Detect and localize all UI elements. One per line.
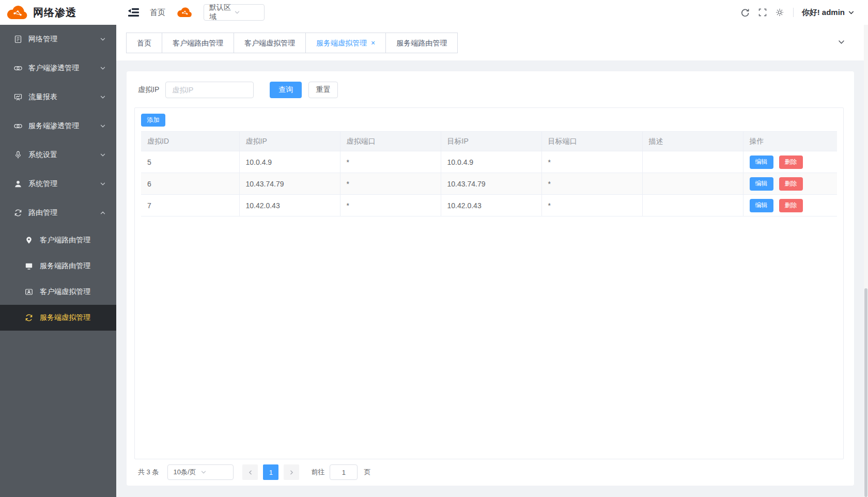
top-header: 网络渗透 首页 默认区域 bbox=[0, 0, 868, 25]
tab-label: 服务端虚拟管理 bbox=[316, 39, 367, 47]
link-icon bbox=[14, 122, 22, 130]
brand-cloud-icon bbox=[6, 6, 28, 20]
table-panel: 添加 虚拟ID 虚拟IP 虚拟端口 目标IP 目 bbox=[134, 107, 844, 459]
tab-label: 首页 bbox=[137, 39, 151, 47]
search-field-label: 虚拟IP bbox=[138, 85, 159, 95]
cell-target-ip: 10.0.4.9 bbox=[441, 151, 541, 173]
main-area: 首页 客户端路由管理 客户端虚拟管理 服务端虚拟管理× 服务端路由管理 虚拟IP bbox=[116, 25, 868, 497]
chart-board-icon bbox=[14, 93, 22, 101]
tab-client-virtual-mgmt[interactable]: 客户端虚拟管理 bbox=[234, 33, 306, 53]
cell-actions: 编辑删除 bbox=[743, 173, 837, 195]
cell-target-port: * bbox=[541, 151, 642, 173]
location-pin-icon bbox=[25, 236, 33, 244]
sidebar-item-label: 系统设置 bbox=[28, 150, 57, 160]
cell-virtual-id: 7 bbox=[141, 195, 239, 216]
tab-home[interactable]: 首页 bbox=[126, 33, 162, 53]
chevron-down-icon bbox=[200, 469, 228, 475]
col-virtual-id: 虚拟ID bbox=[141, 132, 239, 151]
prev-page-button[interactable] bbox=[242, 464, 258, 480]
sidebar-item-traffic-report[interactable]: 流量报表 bbox=[0, 83, 116, 112]
menu-fold-icon[interactable] bbox=[128, 7, 140, 18]
sidebar-subitem-client-route-mgmt[interactable]: 客户端路由管理 bbox=[0, 227, 116, 253]
region-cloud-icon bbox=[177, 7, 192, 18]
document-icon bbox=[14, 35, 22, 43]
cell-virtual-id: 6 bbox=[141, 173, 239, 195]
divider bbox=[793, 8, 794, 17]
page-size-select[interactable]: 10条/页 bbox=[167, 464, 234, 480]
next-page-button[interactable] bbox=[284, 464, 299, 480]
content-card: 虚拟IP 查询 重置 添加 虚拟ID bbox=[127, 71, 854, 486]
sidebar-item-system-mgmt[interactable]: 系统管理 bbox=[0, 169, 116, 198]
scrollbar-thumb[interactable] bbox=[864, 288, 867, 497]
user-greeting: 你好! admin bbox=[802, 8, 845, 18]
edit-button[interactable]: 编辑 bbox=[750, 199, 773, 212]
tab-label: 客户端路由管理 bbox=[173, 39, 223, 47]
tab-server-route-mgmt[interactable]: 服务端路由管理 bbox=[385, 33, 458, 53]
col-description: 描述 bbox=[642, 132, 743, 151]
cell-virtual-port: * bbox=[340, 151, 441, 173]
edit-button[interactable]: 编辑 bbox=[750, 177, 773, 191]
sidebar-item-label: 系统管理 bbox=[28, 179, 57, 189]
pagination-total: 共 3 条 bbox=[138, 468, 159, 477]
app-root: 网络渗透 首页 默认区域 bbox=[0, 0, 868, 497]
sidebar-item-client-pentest-mgmt[interactable]: 客户端渗透管理 bbox=[0, 54, 116, 83]
chevron-down-icon bbox=[100, 181, 106, 187]
tab-server-virtual-mgmt[interactable]: 服务端虚拟管理× bbox=[305, 33, 386, 53]
sidebar-item-network-mgmt[interactable]: 网络管理 bbox=[0, 25, 116, 54]
brand[interactable]: 网络渗透 bbox=[0, 6, 116, 20]
cell-actions: 编辑删除 bbox=[743, 195, 837, 216]
breadcrumb-home[interactable]: 首页 bbox=[150, 8, 165, 18]
table-row: 6 10.43.74.79 * 10.43.74.79 * 编辑删除 bbox=[141, 173, 837, 195]
cell-actions: 编辑删除 bbox=[743, 151, 837, 173]
sidebar-subitem-server-virtual-mgmt[interactable]: 服务端虚拟管理 bbox=[0, 305, 116, 331]
user-icon bbox=[14, 180, 22, 188]
virtual-ip-table: 虚拟ID 虚拟IP 虚拟端口 目标IP 目标端口 描述 操作 5 bbox=[141, 131, 837, 216]
sidebar-item-label: 网络管理 bbox=[28, 35, 57, 44]
fullscreen-icon[interactable] bbox=[758, 8, 767, 17]
page-scrollbar[interactable] bbox=[864, 0, 868, 497]
cell-description bbox=[642, 173, 743, 195]
monitor-icon bbox=[25, 262, 33, 270]
table-row: 7 10.42.0.43 * 10.42.0.43 * 编辑删除 bbox=[141, 195, 837, 216]
sidebar-item-server-pentest-mgmt[interactable]: 服务端渗透管理 bbox=[0, 112, 116, 141]
nav-left: 首页 默认区域 bbox=[116, 4, 265, 21]
page-size-value: 10条/页 bbox=[173, 468, 200, 477]
table-row: 5 10.0.4.9 * 10.0.4.9 * 编辑删除 bbox=[141, 151, 837, 173]
page-number-current[interactable]: 1 bbox=[263, 464, 278, 480]
chevron-down-icon bbox=[848, 9, 855, 16]
refresh-icon[interactable] bbox=[740, 8, 750, 17]
delete-button[interactable]: 删除 bbox=[779, 156, 803, 169]
sync-icon bbox=[14, 209, 22, 217]
tab-client-route-mgmt[interactable]: 客户端路由管理 bbox=[162, 33, 234, 53]
nav-right: 你好! admin bbox=[732, 8, 868, 18]
cell-description bbox=[642, 151, 743, 173]
sidebar-item-label: 服务端渗透管理 bbox=[28, 121, 79, 131]
reset-button[interactable]: 重置 bbox=[308, 82, 338, 98]
delete-button[interactable]: 删除 bbox=[779, 199, 803, 212]
table-header-row: 虚拟ID 虚拟IP 虚拟端口 目标IP 目标端口 描述 操作 bbox=[141, 132, 837, 151]
goto-page-input[interactable] bbox=[330, 464, 358, 480]
edit-button[interactable]: 编辑 bbox=[750, 156, 773, 169]
tab-overflow-chevron-down-icon[interactable] bbox=[838, 38, 845, 46]
user-dropdown[interactable]: 你好! admin bbox=[802, 8, 855, 18]
add-button[interactable]: 添加 bbox=[141, 114, 165, 127]
query-button[interactable]: 查询 bbox=[270, 82, 302, 98]
sidebar-subitem-server-route-mgmt[interactable]: 服务端路由管理 bbox=[0, 253, 116, 279]
cell-target-ip: 10.42.0.43 bbox=[441, 195, 541, 216]
region-select[interactable]: 默认区域 bbox=[204, 4, 265, 21]
sidebar-item-label: 路由管理 bbox=[28, 208, 57, 218]
sidebar-item-route-mgmt[interactable]: 路由管理 bbox=[0, 198, 116, 227]
chevron-down-icon bbox=[100, 152, 106, 158]
tab-label: 客户端虚拟管理 bbox=[244, 39, 295, 47]
cell-virtual-ip: 10.0.4.9 bbox=[239, 151, 340, 173]
sidebar-item-system-settings[interactable]: 系统设置 bbox=[0, 141, 116, 169]
sidebar-subitem-label: 客户端路由管理 bbox=[40, 236, 90, 245]
virtual-ip-input[interactable] bbox=[165, 82, 254, 98]
close-tab-icon[interactable]: × bbox=[371, 39, 375, 47]
sun-icon[interactable] bbox=[776, 8, 784, 17]
cell-target-port: * bbox=[541, 173, 642, 195]
delete-button[interactable]: 删除 bbox=[779, 177, 803, 191]
cell-virtual-ip: 10.42.0.43 bbox=[239, 195, 340, 216]
microphone-icon bbox=[14, 151, 22, 159]
sidebar-subitem-client-virtual-mgmt[interactable]: 客户端虚拟管理 bbox=[0, 279, 116, 305]
